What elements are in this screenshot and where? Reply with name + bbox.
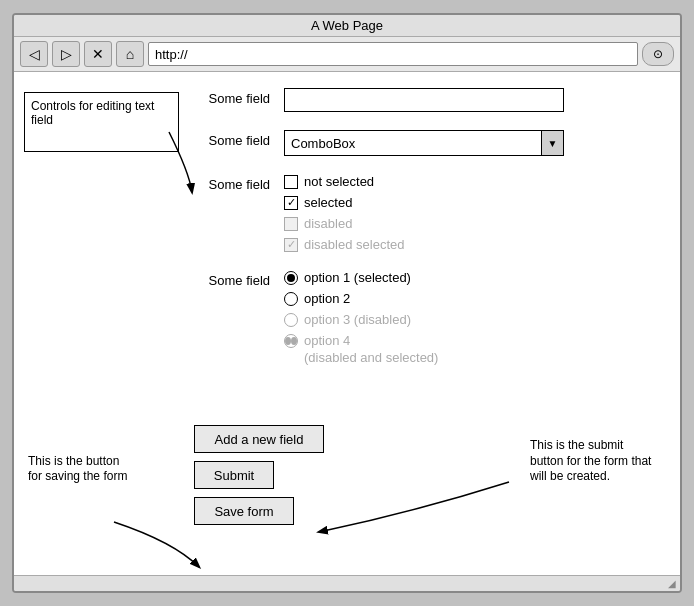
back-button[interactable]: ◁ xyxy=(20,41,48,67)
list-item: ✓ disabled selected xyxy=(284,237,650,252)
checkbox-label-not-selected: not selected xyxy=(304,174,374,189)
resize-icon: ◢ xyxy=(668,578,676,589)
list-item: ✓ selected xyxy=(284,195,650,210)
browser-window: A Web Page ◁ ▷ ✕ ⌂ ⊙ Controls for editin… xyxy=(12,13,682,593)
list-item: option 1 (selected) xyxy=(284,270,650,285)
page-title: A Web Page xyxy=(311,18,383,33)
combobox-arrow-icon: ▼ xyxy=(541,131,563,155)
form-row-text: Some field xyxy=(194,88,650,112)
checkbox-disabled xyxy=(284,217,298,231)
radio-label-4: option 4(disabled and selected) xyxy=(304,333,438,367)
field-controls-2: ComboBox ▼ xyxy=(284,130,650,156)
page-content: Controls for editing text field Some fie… xyxy=(14,72,680,575)
field-controls-1 xyxy=(284,88,650,112)
close-button[interactable]: ✕ xyxy=(84,41,112,67)
list-item: option 3 (disabled) xyxy=(284,312,650,327)
submit-button[interactable]: Submit xyxy=(194,461,274,489)
home-icon: ⌂ xyxy=(126,46,134,62)
list-item: option 2 xyxy=(284,291,650,306)
field-label-2: Some field xyxy=(194,130,284,148)
list-item: not selected xyxy=(284,174,650,189)
checkbox-label-disabled: disabled xyxy=(304,216,352,231)
combobox-value: ComboBox xyxy=(285,136,541,151)
radio-label-2: option 2 xyxy=(304,291,350,306)
annotation-controls-text: Controls for editing text field xyxy=(24,92,179,152)
field-label-1: Some field xyxy=(194,88,284,106)
checkbox-disabled-selected: ✓ xyxy=(284,238,298,252)
combobox[interactable]: ComboBox ▼ xyxy=(284,130,564,156)
add-field-button[interactable]: Add a new field xyxy=(194,425,324,453)
status-bar: ◢ xyxy=(14,575,680,591)
url-input[interactable] xyxy=(148,42,638,66)
list-item: disabled xyxy=(284,216,650,231)
annotation-save-text: This is the button for saving the form xyxy=(28,454,128,485)
back-icon: ◁ xyxy=(29,46,40,62)
forward-icon: ▷ xyxy=(61,46,72,62)
title-bar: A Web Page xyxy=(14,15,680,37)
form-row-checkboxes: Some field not selected ✓ selected xyxy=(194,174,650,252)
forward-button[interactable]: ▷ xyxy=(52,41,80,67)
form-area: Some field Some field ComboBox ▼ Some fi… xyxy=(194,88,650,385)
radio-label-1: option 1 (selected) xyxy=(304,270,411,285)
form-row-combobox: Some field ComboBox ▼ xyxy=(194,130,650,156)
radio-option4-disabled-selected xyxy=(284,334,298,348)
annotation-submit-text: This is the submit button for the form t… xyxy=(530,438,660,485)
form-row-radios: Some field option 1 (selected) option 2 xyxy=(194,270,650,367)
search-button[interactable]: ⊙ xyxy=(642,42,674,66)
checkbox-label-selected: selected xyxy=(304,195,352,210)
toolbar: ◁ ▷ ✕ ⌂ ⊙ xyxy=(14,37,680,72)
checkbox-label-disabled-selected: disabled selected xyxy=(304,237,404,252)
checkbox-selected[interactable]: ✓ xyxy=(284,196,298,210)
buttons-area: Add a new field Submit Save form xyxy=(194,425,324,525)
checkbox-not-selected[interactable] xyxy=(284,175,298,189)
home-button[interactable]: ⌂ xyxy=(116,41,144,67)
checkbox-group: not selected ✓ selected disabled ✓ xyxy=(284,174,650,252)
radio-group: option 1 (selected) option 2 option 3 (d… xyxy=(284,270,650,367)
radio-option3-disabled xyxy=(284,313,298,327)
radio-option2[interactable] xyxy=(284,292,298,306)
radio-label-3: option 3 (disabled) xyxy=(304,312,411,327)
radio-option1[interactable] xyxy=(284,271,298,285)
text-field-input[interactable] xyxy=(284,88,564,112)
search-icon: ⊙ xyxy=(653,47,663,61)
list-item: option 4(disabled and selected) xyxy=(284,333,650,367)
field-controls-3: not selected ✓ selected disabled ✓ xyxy=(284,174,650,252)
save-form-button[interactable]: Save form xyxy=(194,497,294,525)
field-label-4: Some field xyxy=(194,270,284,288)
field-label-3: Some field xyxy=(194,174,284,192)
field-controls-4: option 1 (selected) option 2 option 3 (d… xyxy=(284,270,650,367)
close-icon: ✕ xyxy=(92,46,104,62)
